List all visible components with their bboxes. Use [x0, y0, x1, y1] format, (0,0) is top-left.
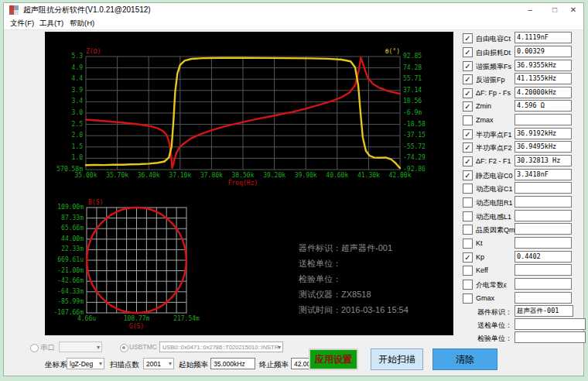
- chart1-right-tick: 37.14: [403, 87, 422, 94]
- param-row-delta-fp-fs: ✓ΔF: Fp - Fs4.20000kHz: [461, 87, 588, 100]
- field-label-device-id: 器件标识：: [461, 307, 512, 318]
- param-value-kt[interactable]: [514, 237, 572, 249]
- clear-button[interactable]: 清除: [432, 348, 497, 370]
- chart1-left-axis-title: Z(Ω): [86, 48, 101, 56]
- param-value-delta-f2-f1[interactable]: 30.32813 Hz: [514, 155, 572, 166]
- param-label-free-capacitance-ct: 自由电容Ct: [476, 34, 511, 44]
- checkbox-zmax[interactable]: [463, 115, 473, 125]
- overlay-test-time: 测试时间：2016-03-16 15:54: [299, 304, 409, 316]
- param-label-zmin: Zmin: [476, 102, 491, 110]
- checkbox-keff[interactable]: [463, 266, 473, 276]
- checkbox-free-loss-dt[interactable]: ✓: [463, 47, 473, 57]
- menu-help[interactable]: 帮助(H): [70, 19, 94, 29]
- param-value-zmin[interactable]: 4.596 Ω: [514, 100, 572, 112]
- usbtmc-radio[interactable]: [120, 344, 128, 352]
- param-value-zmax[interactable]: [514, 114, 572, 125]
- chart1-x-tick: 37.80k: [200, 172, 223, 180]
- points-select[interactable]: 2001▾: [143, 358, 174, 369]
- chart2-y-tick: 22.33m: [61, 245, 84, 253]
- checkbox-delta-f2-f1[interactable]: ✓: [463, 156, 473, 166]
- overlay-sender-unit: 送检单位：: [299, 258, 341, 269]
- apply-settings-button[interactable]: 应用设置: [309, 348, 358, 370]
- checkbox-half-power-f1[interactable]: ✓: [463, 129, 473, 139]
- overlay-instrument: 测试仪器：ZX8518: [299, 289, 371, 300]
- chart1-x-tick: 37.10k: [169, 172, 191, 180]
- chart1-x-axis-title: Freq(Hz): [228, 180, 258, 187]
- menu-tools[interactable]: 工具(T): [39, 19, 63, 29]
- chart1-x-tick: 39.20k: [263, 172, 285, 180]
- param-value-half-power-f1[interactable]: 36.9192kHz: [514, 128, 572, 139]
- param-value-antiresonance-fp[interactable]: 41.1355kHz: [514, 73, 572, 84]
- serial-port-radio[interactable]: [30, 344, 39, 352]
- checkbox-dynamic-ind-l1[interactable]: [463, 211, 473, 221]
- start-freq-label: 起始频率: [179, 360, 208, 370]
- points-label: 扫描点数: [110, 360, 139, 370]
- param-value-keff[interactable]: [514, 264, 572, 276]
- coord-select[interactable]: lgZ-Deg▾: [67, 358, 104, 369]
- chart1-right-tick: -74.29: [403, 154, 426, 162]
- param-label-quality-factor-qm: 品质因素Qm: [476, 225, 515, 235]
- menu-file[interactable]: 文件(F): [10, 19, 34, 29]
- usbtmc-select[interactable]: USB0::0x0471::0x2786::T020215010::INSTR▾: [159, 342, 283, 352]
- param-row-static-cap-c0: ✓静态电容C03.3418nF: [461, 169, 588, 182]
- param-label-free-loss-dt: 自由损耗Dt: [476, 48, 511, 58]
- start-scan-button[interactable]: 开始扫描: [371, 348, 423, 370]
- checkbox-quality-factor-qm[interactable]: [463, 225, 473, 235]
- param-label-antiresonance-fp: 反谐振Fp: [476, 75, 505, 85]
- app-window: 超声阻抗分析软件(V1.0.21@201512) – □ ✕ 文件(F) 工具(…: [3, 2, 584, 376]
- checkbox-static-cap-c0[interactable]: ✓: [463, 170, 473, 180]
- checkbox-half-power-f2[interactable]: ✓: [463, 142, 473, 153]
- param-value-dynamic-cap-c1[interactable]: [514, 182, 572, 194]
- checkbox-antiresonance-fp[interactable]: ✓: [463, 74, 473, 84]
- minimize-button[interactable]: –: [519, 3, 541, 17]
- param-value-dynamic-res-r1[interactable]: [514, 196, 572, 208]
- param-value-delta-fp-fs[interactable]: 4.20000kHz: [514, 87, 572, 98]
- param-value-gmax[interactable]: [514, 292, 572, 304]
- chart1-right-tick: -6.9m: [403, 109, 422, 117]
- param-row-free-loss-dt: ✓自由损耗Dt0.00329: [461, 46, 588, 59]
- param-value-half-power-f2[interactable]: 36.9495kHz: [514, 141, 572, 153]
- field-input-sender-unit[interactable]: [514, 318, 586, 330]
- chevron-down-icon: ▾: [169, 359, 172, 369]
- checkbox-gmax[interactable]: [463, 293, 473, 304]
- param-label-static-cap-c0: 静态电容C0: [476, 171, 513, 181]
- param-row-keff: Keff: [461, 264, 588, 277]
- param-value-dielectric-const[interactable]: [514, 278, 572, 290]
- param-label-dielectric-const: 介电常数ε: [476, 280, 507, 290]
- chart2-y-tick: -21.00m: [57, 267, 84, 275]
- param-row-gmax: Gmax: [461, 292, 588, 305]
- menu-bar: 文件(F) 工具(T) 帮助(H): [4, 17, 583, 30]
- checkbox-kp[interactable]: ✓: [463, 252, 473, 263]
- field-row-sender-unit: 送检单位：: [461, 318, 588, 331]
- param-value-free-capacitance-ct[interactable]: 4.1119nF: [514, 32, 572, 43]
- checkbox-dielectric-const[interactable]: [463, 280, 473, 290]
- checkbox-delta-fp-fs[interactable]: ✓: [463, 88, 473, 98]
- chart2-x-tick: 108.77m: [124, 315, 150, 323]
- serial-port-select[interactable]: ▾: [59, 342, 102, 352]
- param-value-resonance-freq-fs[interactable]: 36.9355kHz: [514, 60, 572, 71]
- param-value-static-cap-c0[interactable]: 3.3418nF: [514, 169, 572, 180]
- serial-port-label: 串口: [40, 343, 55, 353]
- close-button[interactable]: ✕: [562, 3, 584, 17]
- chart1-right-tick: 18.56: [403, 98, 422, 105]
- chart2-y-axis-title: B(S): [88, 199, 103, 207]
- chart1-left-tick: 3.0: [72, 109, 83, 117]
- chevron-down-icon: ▾: [97, 342, 100, 352]
- checkbox-dynamic-cap-c1[interactable]: [463, 184, 473, 194]
- checkbox-dynamic-res-r1[interactable]: [463, 197, 473, 208]
- checkbox-kt[interactable]: [463, 239, 473, 249]
- param-value-free-loss-dt[interactable]: 0.00329: [514, 46, 572, 57]
- field-input-inspect-unit[interactable]: [514, 331, 586, 343]
- checkbox-resonance-freq-fs[interactable]: ✓: [463, 61, 473, 71]
- field-input-device-id[interactable]: 超声器件-001: [514, 305, 573, 317]
- checkbox-zmin[interactable]: ✓: [463, 101, 473, 112]
- param-value-kp[interactable]: 0.4402: [514, 251, 572, 263]
- param-value-quality-factor-qm[interactable]: [514, 223, 572, 235]
- start-freq-input[interactable]: 35.000kHz: [210, 358, 255, 369]
- param-value-dynamic-ind-l1[interactable]: [514, 210, 572, 221]
- param-label-dynamic-cap-c1: 动态电容C1: [476, 184, 513, 194]
- window-title: 超声阻抗分析软件(V1.0.21@201512): [23, 5, 151, 15]
- field-label-sender-unit: 送检单位：: [461, 321, 512, 331]
- checkbox-free-capacitance-ct[interactable]: ✓: [463, 33, 473, 43]
- chart1-left-tick: 4.4: [72, 75, 83, 83]
